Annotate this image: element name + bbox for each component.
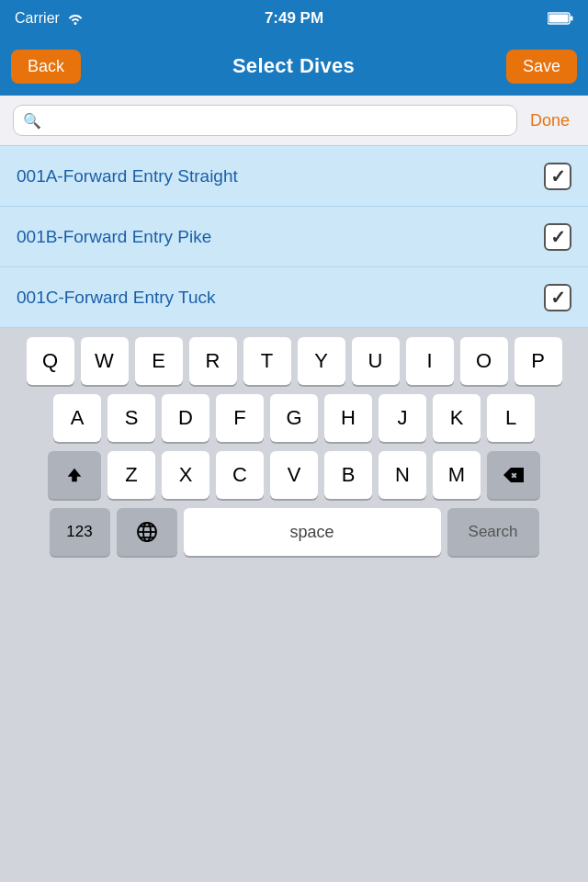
dive-label-001c: 001C-Forward Entry Tuck: [17, 288, 215, 308]
key-t[interactable]: T: [243, 337, 291, 385]
keyboard: Q W E R T Y U I O P A S D F G H J K L Z …: [0, 328, 588, 561]
keyboard-row-1: Q W E R T Y U I O P: [4, 337, 584, 385]
svg-rect-2: [549, 15, 569, 23]
key-f[interactable]: F: [216, 394, 264, 442]
checkbox-001c[interactable]: [544, 284, 571, 311]
key-z[interactable]: Z: [107, 451, 155, 499]
key-w[interactable]: W: [81, 337, 129, 385]
list-item[interactable]: 001B-Forward Entry Pike: [0, 207, 588, 267]
key-m[interactable]: M: [433, 451, 481, 499]
carrier-label: Carrier: [15, 10, 60, 27]
dive-label-001b: 001B-Forward Entry Pike: [17, 227, 211, 247]
key-x[interactable]: X: [162, 451, 209, 499]
status-bar-right: [548, 12, 573, 25]
page-title: Select Dives: [232, 54, 355, 78]
status-bar: Carrier 7:49 PM: [0, 0, 588, 37]
done-button[interactable]: Done: [525, 107, 575, 134]
num-key[interactable]: 123: [50, 508, 110, 556]
key-c[interactable]: C: [216, 451, 264, 499]
shift-icon: [64, 465, 85, 485]
space-key[interactable]: space: [184, 508, 441, 556]
key-i[interactable]: I: [406, 337, 454, 385]
key-p[interactable]: P: [514, 337, 562, 385]
svg-rect-1: [571, 17, 573, 21]
key-u[interactable]: U: [352, 337, 400, 385]
key-k[interactable]: K: [433, 394, 481, 442]
keyboard-row-2: A S D F G H J K L: [4, 394, 584, 442]
backspace-icon: [503, 467, 525, 483]
key-g[interactable]: G: [270, 394, 318, 442]
key-a[interactable]: A: [53, 394, 101, 442]
key-o[interactable]: O: [460, 337, 508, 385]
save-button[interactable]: Save: [506, 50, 577, 84]
key-b[interactable]: B: [324, 451, 372, 499]
battery-icon: [548, 12, 573, 25]
search-input-wrapper[interactable]: 🔍: [13, 105, 517, 136]
key-h[interactable]: H: [324, 394, 372, 442]
key-v[interactable]: V: [270, 451, 318, 499]
key-y[interactable]: Y: [298, 337, 345, 385]
globe-key[interactable]: [117, 508, 177, 556]
globe-icon: [136, 521, 158, 543]
dive-list: 001A-Forward Entry Straight 001B-Forward…: [0, 146, 588, 328]
backspace-key[interactable]: [487, 451, 540, 499]
search-bar: 🔍 Done: [0, 96, 588, 146]
list-item[interactable]: 001A-Forward Entry Straight: [0, 146, 588, 207]
key-q[interactable]: Q: [27, 337, 74, 385]
checkbox-001b[interactable]: [544, 223, 571, 251]
wifi-icon: [67, 12, 84, 25]
status-time: 7:49 PM: [265, 9, 323, 28]
search-icon: 🔍: [23, 112, 41, 130]
key-r[interactable]: R: [189, 337, 237, 385]
keyboard-row-3: Z X C V B N M: [4, 451, 584, 499]
key-d[interactable]: D: [162, 394, 209, 442]
key-s[interactable]: S: [107, 394, 155, 442]
search-keyboard-key[interactable]: Search: [447, 508, 539, 556]
shift-key[interactable]: [48, 451, 101, 499]
search-input[interactable]: [47, 111, 507, 130]
back-button[interactable]: Back: [11, 50, 81, 84]
dive-label-001a: 001A-Forward Entry Straight: [17, 166, 238, 187]
key-e[interactable]: E: [135, 337, 183, 385]
keyboard-row-4: 123 space Search: [4, 508, 584, 556]
key-n[interactable]: N: [379, 451, 426, 499]
key-l[interactable]: L: [487, 394, 535, 442]
key-j[interactable]: J: [379, 394, 426, 442]
list-item[interactable]: 001C-Forward Entry Tuck: [0, 267, 588, 328]
status-bar-left: Carrier: [15, 10, 84, 27]
nav-bar: Back Select Dives Save: [0, 37, 588, 96]
checkbox-001a[interactable]: [544, 163, 571, 190]
